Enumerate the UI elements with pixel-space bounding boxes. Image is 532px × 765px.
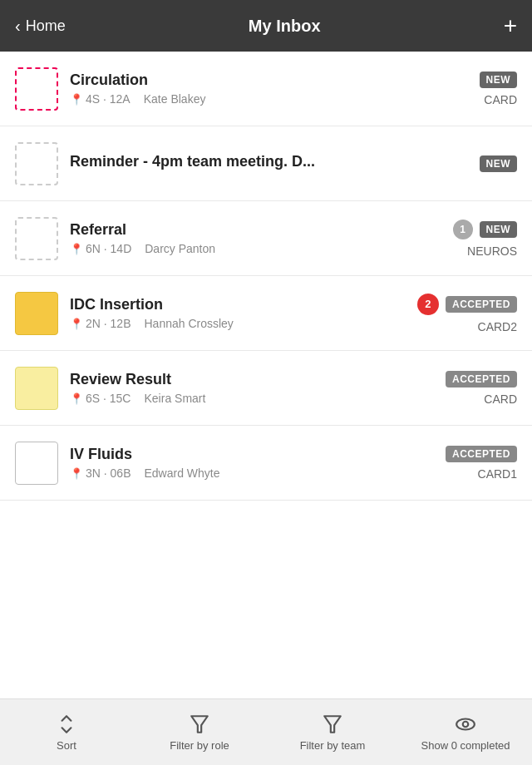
filter-role-label: Filter by role (170, 739, 229, 752)
sort-label: Sort (57, 739, 76, 752)
pin-icon: 📍 (70, 93, 83, 106)
sort-icon (56, 713, 77, 735)
status-badge: ACCEPTED (446, 446, 517, 462)
item-location: 📍 2N · 12B (70, 317, 131, 330)
item-person: Darcy Panton (145, 242, 215, 255)
item-meta: 📍 2N · 12B Hannah Crossley (70, 317, 409, 330)
item-location: 📍 3N · 06B (70, 466, 131, 480)
back-label: Home (26, 17, 66, 35)
item-meta: 📍 6S · 15C Keira Smart (70, 392, 437, 405)
item-icon (15, 217, 58, 260)
pin-icon: 📍 (70, 243, 83, 255)
item-content: Referral 📍 6N · 14D Darcy Panton (70, 221, 445, 255)
item-title: Reminder - 4pm team meeting. D... (70, 153, 471, 170)
status-badge: NEW (480, 221, 518, 238)
svg-point-2 (456, 718, 475, 729)
back-button[interactable]: ‹ Home (15, 17, 66, 36)
item-location: 📍 6N · 14D (70, 242, 131, 255)
item-content: IV Fluids 📍 3N · 06B Edward Whyte (70, 446, 437, 480)
item-right: ACCEPTEDCARD (446, 371, 517, 406)
status-badge: NEW (480, 72, 518, 88)
number-badge: 2 (417, 294, 439, 315)
item-title: Review Result (70, 371, 437, 388)
item-type: NEUROS (467, 244, 517, 258)
filter-by-role-button[interactable]: Filter by role (133, 699, 266, 765)
item-person: Keira Smart (144, 392, 205, 405)
item-icon (15, 142, 58, 185)
pin-icon: 📍 (70, 318, 83, 330)
pin-icon: 📍 (70, 392, 83, 405)
svg-marker-0 (191, 716, 208, 733)
toolbar: Sort Filter by role Filter by team Show … (0, 698, 532, 765)
item-person: Edward Whyte (144, 466, 219, 480)
item-right: 2 ACCEPTED CARD2 (417, 294, 517, 333)
item-meta: 📍 3N · 06B Edward Whyte (70, 466, 437, 480)
item-location-text: 6N · 14D (86, 242, 131, 255)
list-item[interactable]: IDC Insertion 📍 2N · 12B Hannah Crossley… (0, 276, 532, 351)
svg-marker-1 (324, 716, 341, 733)
show-completed-button[interactable]: Show 0 completed (399, 699, 532, 765)
list-item[interactable]: Referral 📍 6N · 14D Darcy Panton 1 NEW N… (0, 201, 532, 276)
item-content: Review Result 📍 6S · 15C Keira Smart (70, 371, 437, 405)
item-meta: 📍 4S · 12A Kate Blakey (70, 92, 471, 106)
item-icon (15, 67, 58, 111)
filter-team-icon (322, 713, 343, 735)
item-title: IV Fluids (70, 446, 437, 463)
item-location-text: 3N · 06B (86, 466, 131, 480)
item-location-text: 6S · 15C (86, 392, 131, 405)
item-person: Hannah Crossley (144, 317, 233, 330)
item-icon (15, 442, 58, 485)
pin-icon: 📍 (70, 467, 83, 480)
item-content: Circulation 📍 4S · 12A Kate Blakey (70, 72, 471, 106)
item-type: CARD2 (478, 320, 517, 333)
filter-role-icon (189, 713, 210, 735)
item-person: Kate Blakey (144, 92, 206, 106)
status-badge: ACCEPTED (446, 371, 517, 387)
list-item[interactable]: Circulation 📍 4S · 12A Kate Blakey NEWCA… (0, 52, 532, 126)
item-type: CARD (484, 392, 517, 406)
inbox-list: Circulation 📍 4S · 12A Kate Blakey NEWCA… (0, 52, 532, 698)
filter-by-team-button[interactable]: Filter by team (266, 699, 399, 765)
item-right: 1 NEW NEUROS (453, 220, 518, 258)
item-type: CARD1 (478, 467, 517, 481)
item-title: Circulation (70, 72, 471, 89)
sort-button[interactable]: Sort (0, 699, 133, 765)
status-badge: ACCEPTED (446, 296, 517, 313)
filter-team-label: Filter by team (300, 739, 366, 752)
item-title: IDC Insertion (70, 296, 409, 313)
status-badge: NEW (480, 155, 518, 172)
list-item[interactable]: Reminder - 4pm team meeting. D... NEW (0, 126, 532, 201)
item-title: Referral (70, 221, 445, 239)
badge-row: 2 ACCEPTED (417, 294, 517, 315)
item-location: 📍 6S · 15C (70, 392, 131, 405)
gray-number-badge: 1 (453, 220, 473, 239)
item-right: ACCEPTEDCARD1 (446, 446, 517, 481)
list-item[interactable]: Review Result 📍 6S · 15C Keira Smart ACC… (0, 351, 532, 426)
item-meta: 📍 6N · 14D Darcy Panton (70, 242, 445, 255)
item-right: NEWCARD (480, 72, 518, 106)
item-location: 📍 4S · 12A (70, 92, 131, 106)
item-right: NEW (480, 155, 518, 172)
add-button[interactable]: + (504, 14, 517, 37)
item-icon (15, 367, 58, 410)
page-title: My Inbox (249, 17, 321, 36)
list-item[interactable]: IV Fluids 📍 3N · 06B Edward Whyte ACCEPT… (0, 426, 532, 501)
item-content: Reminder - 4pm team meeting. D... (70, 153, 471, 174)
show-completed-icon (455, 713, 476, 735)
item-icon (15, 292, 58, 335)
show-completed-label: Show 0 completed (421, 739, 510, 752)
svg-point-3 (463, 721, 469, 727)
item-type: CARD (484, 93, 517, 106)
item-content: IDC Insertion 📍 2N · 12B Hannah Crossley (70, 296, 409, 330)
back-chevron-icon: ‹ (15, 17, 21, 36)
item-location-text: 2N · 12B (86, 317, 131, 330)
item-location-text: 4S · 12A (86, 92, 131, 106)
header: ‹ Home My Inbox + (0, 0, 532, 52)
badge-row: 1 NEW (453, 220, 518, 239)
